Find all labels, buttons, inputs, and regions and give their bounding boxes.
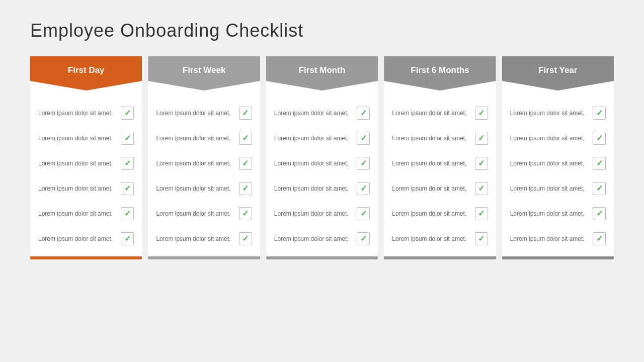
list-item: Lorem ipsum dolor sit amet,✓ xyxy=(30,101,142,126)
checkmark-icon: ✓ xyxy=(124,109,131,117)
checkbox[interactable]: ✓ xyxy=(357,232,370,245)
list-item: Lorem ipsum dolor sit amet,✓ xyxy=(502,151,614,176)
checkmark-icon: ✓ xyxy=(478,210,485,218)
checkbox[interactable]: ✓ xyxy=(357,107,370,120)
checkbox[interactable]: ✓ xyxy=(475,232,488,245)
column-items-first-6-months: Lorem ipsum dolor sit amet,✓Lorem ipsum … xyxy=(384,96,496,256)
checkmark-icon: ✓ xyxy=(596,185,603,193)
checkmark-icon: ✓ xyxy=(360,134,367,142)
checkmark-icon: ✓ xyxy=(242,109,249,117)
item-text: Lorem ipsum dolor sit amet, xyxy=(156,235,234,243)
checkmark-icon: ✓ xyxy=(478,109,485,117)
list-item: Lorem ipsum dolor sit amet,✓ xyxy=(384,201,496,226)
checkbox[interactable]: ✓ xyxy=(357,182,370,195)
checkbox[interactable]: ✓ xyxy=(593,207,606,220)
page-container: Employee Onboarding Checklist First DayL… xyxy=(0,0,644,362)
checkbox[interactable]: ✓ xyxy=(593,107,606,120)
list-item: Lorem ipsum dolor sit amet,✓ xyxy=(502,201,614,226)
checkbox[interactable]: ✓ xyxy=(475,157,488,170)
column-first-week: First WeekLorem ipsum dolor sit amet,✓Lo… xyxy=(148,56,260,259)
column-footer-first-month xyxy=(266,256,378,259)
checkbox[interactable]: ✓ xyxy=(239,207,252,220)
item-text: Lorem ipsum dolor sit amet, xyxy=(510,210,589,218)
item-text: Lorem ipsum dolor sit amet, xyxy=(392,134,470,143)
checkmark-icon: ✓ xyxy=(242,210,249,218)
list-item: Lorem ipsum dolor sit amet,✓ xyxy=(384,126,496,151)
item-text: Lorem ipsum dolor sit amet, xyxy=(392,210,470,218)
checkbox[interactable]: ✓ xyxy=(239,232,252,245)
checkbox[interactable]: ✓ xyxy=(475,107,488,120)
list-item: Lorem ipsum dolor sit amet,✓ xyxy=(502,176,614,201)
checkbox[interactable]: ✓ xyxy=(121,182,134,195)
checkmark-icon: ✓ xyxy=(596,159,603,167)
checkbox[interactable]: ✓ xyxy=(475,132,488,145)
checkmark-icon: ✓ xyxy=(124,210,131,218)
checkbox[interactable]: ✓ xyxy=(239,107,252,120)
page-title: Employee Onboarding Checklist xyxy=(30,20,614,41)
checkbox[interactable]: ✓ xyxy=(121,132,134,145)
item-text: Lorem ipsum dolor sit amet, xyxy=(38,185,117,193)
item-text: Lorem ipsum dolor sit amet, xyxy=(274,210,353,218)
column-items-first-year: Lorem ipsum dolor sit amet,✓Lorem ipsum … xyxy=(502,96,614,256)
column-footer-first-week xyxy=(148,256,260,259)
checkmark-icon: ✓ xyxy=(478,185,485,193)
item-text: Lorem ipsum dolor sit amet, xyxy=(510,134,589,143)
item-text: Lorem ipsum dolor sit amet, xyxy=(274,134,353,143)
checkbox[interactable]: ✓ xyxy=(121,107,134,120)
item-text: Lorem ipsum dolor sit amet, xyxy=(274,109,353,118)
checkbox[interactable]: ✓ xyxy=(121,207,134,220)
column-first-year: First YearLorem ipsum dolor sit amet,✓Lo… xyxy=(502,56,614,259)
item-text: Lorem ipsum dolor sit amet, xyxy=(156,210,234,218)
item-text: Lorem ipsum dolor sit amet, xyxy=(510,159,589,168)
item-text: Lorem ipsum dolor sit amet, xyxy=(510,185,589,193)
list-item: Lorem ipsum dolor sit amet,✓ xyxy=(30,126,142,151)
checkmark-icon: ✓ xyxy=(596,210,603,218)
column-header-first-6-months: First 6 Months xyxy=(384,56,496,90)
checkbox[interactable]: ✓ xyxy=(239,157,252,170)
column-first-6-months: First 6 MonthsLorem ipsum dolor sit amet… xyxy=(384,56,496,259)
list-item: Lorem ipsum dolor sit amet,✓ xyxy=(148,126,260,151)
checkmark-icon: ✓ xyxy=(478,235,485,243)
column-items-first-day: Lorem ipsum dolor sit amet,✓Lorem ipsum … xyxy=(30,96,142,256)
checkmark-icon: ✓ xyxy=(360,210,367,218)
list-item: Lorem ipsum dolor sit amet,✓ xyxy=(266,176,378,201)
checkbox[interactable]: ✓ xyxy=(593,157,606,170)
list-item: Lorem ipsum dolor sit amet,✓ xyxy=(384,176,496,201)
checkbox[interactable]: ✓ xyxy=(357,132,370,145)
column-header-first-day: First Day xyxy=(30,56,142,90)
checkbox[interactable]: ✓ xyxy=(475,207,488,220)
item-text: Lorem ipsum dolor sit amet, xyxy=(156,109,234,118)
item-text: Lorem ipsum dolor sit amet, xyxy=(38,134,117,143)
item-text: Lorem ipsum dolor sit amet, xyxy=(392,185,470,193)
checkbox[interactable]: ✓ xyxy=(121,232,134,245)
checkbox[interactable]: ✓ xyxy=(475,182,488,195)
checkmark-icon: ✓ xyxy=(478,159,485,167)
checkmark-icon: ✓ xyxy=(242,235,249,243)
list-item: Lorem ipsum dolor sit amet,✓ xyxy=(502,126,614,151)
list-item: Lorem ipsum dolor sit amet,✓ xyxy=(148,101,260,126)
checkbox[interactable]: ✓ xyxy=(357,207,370,220)
checkmark-icon: ✓ xyxy=(360,235,367,243)
checkmark-icon: ✓ xyxy=(242,159,249,167)
item-text: Lorem ipsum dolor sit amet, xyxy=(38,210,117,218)
item-text: Lorem ipsum dolor sit amet, xyxy=(156,185,234,193)
column-header-first-month: First Month xyxy=(266,56,378,90)
list-item: Lorem ipsum dolor sit amet,✓ xyxy=(148,176,260,201)
item-text: Lorem ipsum dolor sit amet, xyxy=(274,185,353,193)
item-text: Lorem ipsum dolor sit amet, xyxy=(274,159,353,168)
checkbox[interactable]: ✓ xyxy=(593,232,606,245)
checkbox[interactable]: ✓ xyxy=(357,157,370,170)
item-text: Lorem ipsum dolor sit amet, xyxy=(38,109,117,118)
checkmark-icon: ✓ xyxy=(124,235,131,243)
item-text: Lorem ipsum dolor sit amet, xyxy=(38,235,117,243)
checkbox[interactable]: ✓ xyxy=(593,182,606,195)
checkbox[interactable]: ✓ xyxy=(593,132,606,145)
checkbox[interactable]: ✓ xyxy=(239,182,252,195)
checkbox[interactable]: ✓ xyxy=(239,132,252,145)
list-item: Lorem ipsum dolor sit amet,✓ xyxy=(266,126,378,151)
list-item: Lorem ipsum dolor sit amet,✓ xyxy=(30,151,142,176)
checklist-grid: First DayLorem ipsum dolor sit amet,✓Lor… xyxy=(30,56,614,259)
checkmark-icon: ✓ xyxy=(360,109,367,117)
checkbox[interactable]: ✓ xyxy=(121,157,134,170)
item-text: Lorem ipsum dolor sit amet, xyxy=(156,159,234,168)
